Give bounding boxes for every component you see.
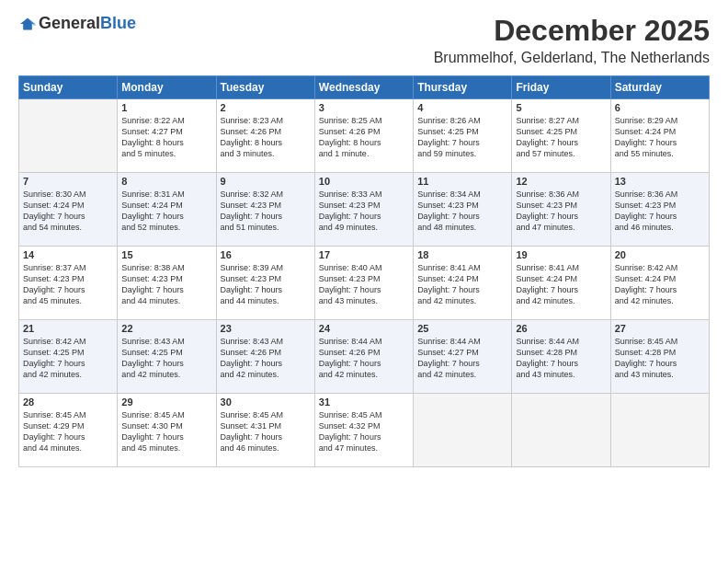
- day-info: Sunrise: 8:43 AMSunset: 4:26 PMDaylight:…: [221, 336, 311, 381]
- day-info: Sunrise: 8:41 AMSunset: 4:24 PMDaylight:…: [516, 262, 606, 307]
- day-number: 14: [23, 249, 113, 260]
- table-row: 24Sunrise: 8:44 AMSunset: 4:26 PMDayligh…: [314, 320, 413, 394]
- day-number: 17: [319, 249, 409, 260]
- day-info: Sunrise: 8:22 AMSunset: 4:27 PMDaylight:…: [121, 115, 211, 160]
- table-row: 21Sunrise: 8:42 AMSunset: 4:25 PMDayligh…: [19, 320, 118, 394]
- day-info: Sunrise: 8:33 AMSunset: 4:23 PMDaylight:…: [319, 189, 409, 234]
- table-row: 15Sunrise: 8:38 AMSunset: 4:23 PMDayligh…: [118, 247, 216, 320]
- day-number: 25: [417, 323, 507, 334]
- logo-icon: [18, 17, 37, 31]
- day-number: 10: [319, 176, 409, 187]
- table-row: 8Sunrise: 8:31 AMSunset: 4:24 PMDaylight…: [118, 173, 216, 247]
- day-number: 7: [23, 176, 113, 187]
- day-info: Sunrise: 8:29 AMSunset: 4:24 PMDaylight:…: [615, 115, 705, 160]
- page: General Blue December 2025 Brummelhof, G…: [0, 0, 728, 563]
- day-info: Sunrise: 8:45 AMSunset: 4:31 PMDaylight:…: [221, 409, 311, 454]
- day-number: 15: [121, 249, 211, 260]
- header: General Blue December 2025 Brummelhof, G…: [18, 14, 710, 66]
- table-row: [610, 394, 709, 467]
- day-info: Sunrise: 8:26 AMSunset: 4:25 PMDaylight:…: [417, 115, 507, 160]
- table-row: 25Sunrise: 8:44 AMSunset: 4:27 PMDayligh…: [414, 320, 512, 394]
- table-row: 14Sunrise: 8:37 AMSunset: 4:23 PMDayligh…: [19, 247, 118, 320]
- table-row: 27Sunrise: 8:45 AMSunset: 4:28 PMDayligh…: [610, 320, 709, 394]
- day-info: Sunrise: 8:44 AMSunset: 4:28 PMDaylight:…: [516, 336, 606, 381]
- calendar-week-row: 7Sunrise: 8:30 AMSunset: 4:24 PMDaylight…: [19, 173, 710, 247]
- col-friday: Friday: [512, 76, 610, 99]
- day-number: 22: [121, 323, 211, 334]
- day-number: 28: [23, 396, 113, 408]
- table-row: 23Sunrise: 8:43 AMSunset: 4:26 PMDayligh…: [216, 320, 314, 394]
- day-number: 20: [615, 249, 705, 260]
- table-row: 16Sunrise: 8:39 AMSunset: 4:23 PMDayligh…: [216, 247, 314, 320]
- col-saturday: Saturday: [610, 76, 709, 99]
- table-row: 22Sunrise: 8:43 AMSunset: 4:25 PMDayligh…: [118, 320, 216, 394]
- table-row: [414, 394, 512, 467]
- calendar-week-row: 28Sunrise: 8:45 AMSunset: 4:29 PMDayligh…: [19, 394, 710, 467]
- location-title: Brummelhof, Gelderland, The Netherlands: [434, 50, 710, 66]
- day-info: Sunrise: 8:27 AMSunset: 4:25 PMDaylight:…: [516, 115, 606, 160]
- table-row: 28Sunrise: 8:45 AMSunset: 4:29 PMDayligh…: [19, 394, 118, 467]
- table-row: 31Sunrise: 8:45 AMSunset: 4:32 PMDayligh…: [314, 394, 413, 467]
- table-row: 6Sunrise: 8:29 AMSunset: 4:24 PMDaylight…: [610, 99, 709, 173]
- day-info: Sunrise: 8:42 AMSunset: 4:25 PMDaylight:…: [23, 336, 113, 381]
- table-row: 2Sunrise: 8:23 AMSunset: 4:26 PMDaylight…: [216, 99, 314, 173]
- col-tuesday: Tuesday: [216, 76, 314, 99]
- day-number: 31: [319, 396, 409, 408]
- table-row: 4Sunrise: 8:26 AMSunset: 4:25 PMDaylight…: [414, 99, 512, 173]
- day-number: 21: [23, 323, 113, 334]
- day-info: Sunrise: 8:45 AMSunset: 4:28 PMDaylight:…: [615, 336, 705, 381]
- day-info: Sunrise: 8:36 AMSunset: 4:23 PMDaylight:…: [516, 189, 606, 234]
- col-wednesday: Wednesday: [314, 76, 413, 99]
- table-row: 17Sunrise: 8:40 AMSunset: 4:23 PMDayligh…: [314, 247, 413, 320]
- calendar-week-row: 21Sunrise: 8:42 AMSunset: 4:25 PMDayligh…: [19, 320, 710, 394]
- day-number: 11: [417, 176, 507, 187]
- day-number: 24: [319, 323, 409, 334]
- day-number: 19: [516, 249, 606, 260]
- month-title: December 2025: [434, 14, 710, 48]
- table-row: 1Sunrise: 8:22 AMSunset: 4:27 PMDaylight…: [118, 99, 216, 173]
- day-number: 16: [221, 249, 311, 260]
- table-row: 3Sunrise: 8:25 AMSunset: 4:26 PMDaylight…: [314, 99, 413, 173]
- col-sunday: Sunday: [19, 76, 118, 99]
- day-info: Sunrise: 8:43 AMSunset: 4:25 PMDaylight:…: [121, 336, 211, 381]
- table-row: 11Sunrise: 8:34 AMSunset: 4:23 PMDayligh…: [414, 173, 512, 247]
- day-number: 23: [221, 323, 311, 334]
- col-monday: Monday: [118, 76, 216, 99]
- day-info: Sunrise: 8:39 AMSunset: 4:23 PMDaylight:…: [221, 262, 311, 307]
- logo: General Blue: [18, 14, 136, 33]
- table-row: 7Sunrise: 8:30 AMSunset: 4:24 PMDaylight…: [19, 173, 118, 247]
- day-number: 27: [615, 323, 705, 334]
- logo-blue-text: Blue: [100, 14, 136, 33]
- day-number: 6: [615, 102, 705, 113]
- calendar-header-row: Sunday Monday Tuesday Wednesday Thursday…: [19, 76, 710, 99]
- day-number: 5: [516, 102, 606, 113]
- day-number: 13: [615, 176, 705, 187]
- table-row: 19Sunrise: 8:41 AMSunset: 4:24 PMDayligh…: [512, 247, 610, 320]
- day-number: 26: [516, 323, 606, 334]
- table-row: 5Sunrise: 8:27 AMSunset: 4:25 PMDaylight…: [512, 99, 610, 173]
- table-row: [512, 394, 610, 467]
- day-info: Sunrise: 8:45 AMSunset: 4:32 PMDaylight:…: [319, 409, 409, 454]
- calendar-week-row: 1Sunrise: 8:22 AMSunset: 4:27 PMDaylight…: [19, 99, 710, 173]
- day-info: Sunrise: 8:30 AMSunset: 4:24 PMDaylight:…: [23, 189, 113, 234]
- day-number: 29: [121, 396, 211, 408]
- table-row: 10Sunrise: 8:33 AMSunset: 4:23 PMDayligh…: [314, 173, 413, 247]
- day-number: 2: [221, 102, 311, 113]
- calendar-week-row: 14Sunrise: 8:37 AMSunset: 4:23 PMDayligh…: [19, 247, 710, 320]
- day-info: Sunrise: 8:41 AMSunset: 4:24 PMDaylight:…: [417, 262, 507, 307]
- table-row: 20Sunrise: 8:42 AMSunset: 4:24 PMDayligh…: [610, 247, 709, 320]
- table-row: 26Sunrise: 8:44 AMSunset: 4:28 PMDayligh…: [512, 320, 610, 394]
- day-info: Sunrise: 8:44 AMSunset: 4:26 PMDaylight:…: [319, 336, 409, 381]
- day-info: Sunrise: 8:32 AMSunset: 4:23 PMDaylight:…: [221, 189, 311, 234]
- day-number: 18: [417, 249, 507, 260]
- day-info: Sunrise: 8:40 AMSunset: 4:23 PMDaylight:…: [319, 262, 409, 307]
- day-info: Sunrise: 8:23 AMSunset: 4:26 PMDaylight:…: [221, 115, 311, 160]
- day-number: 30: [221, 396, 311, 408]
- table-row: 18Sunrise: 8:41 AMSunset: 4:24 PMDayligh…: [414, 247, 512, 320]
- day-info: Sunrise: 8:31 AMSunset: 4:24 PMDaylight:…: [121, 189, 211, 234]
- logo-general-text: General: [39, 14, 100, 33]
- day-info: Sunrise: 8:44 AMSunset: 4:27 PMDaylight:…: [417, 336, 507, 381]
- day-number: 8: [121, 176, 211, 187]
- table-row: [19, 99, 118, 173]
- day-info: Sunrise: 8:34 AMSunset: 4:23 PMDaylight:…: [417, 189, 507, 234]
